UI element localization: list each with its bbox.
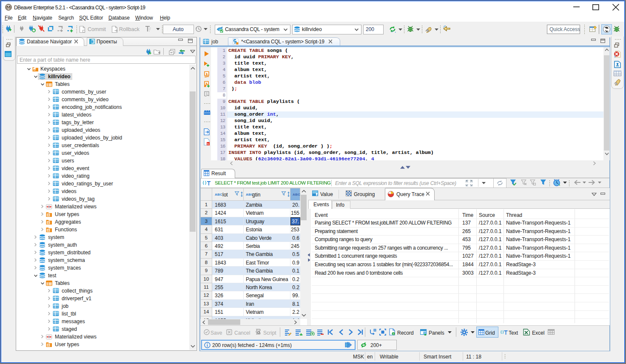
svg-text:i: i [393, 332, 394, 335]
svg-text:b: b [207, 142, 209, 145]
